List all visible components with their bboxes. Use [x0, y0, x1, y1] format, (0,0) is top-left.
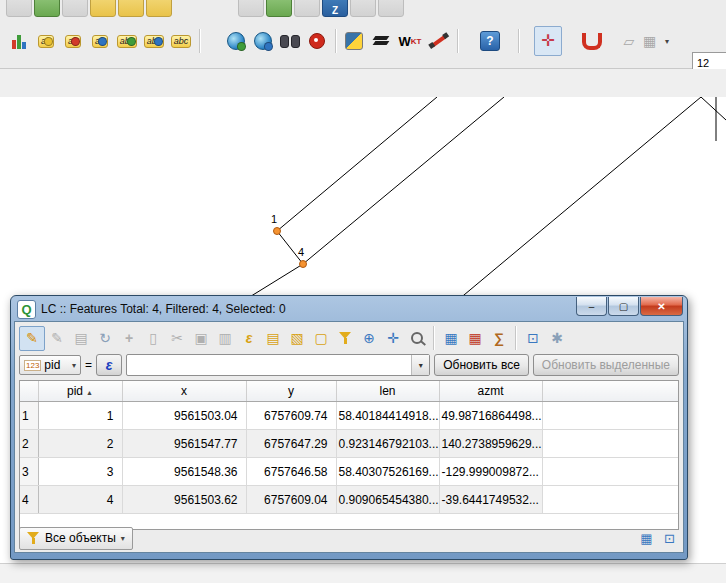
cropped-toolbar-icon[interactable]	[6, 0, 32, 17]
actions-button[interactable]: ✱	[545, 327, 569, 350]
wkt-icon[interactable]: WKT	[395, 27, 425, 55]
cropped-toolbar-icon[interactable]	[62, 0, 88, 17]
cell-x[interactable]: 9561547.77	[122, 430, 246, 458]
select-all-button[interactable]: ▤	[261, 327, 285, 350]
label-visibility-icon[interactable]: ab	[87, 27, 113, 55]
save-edits-button[interactable]: ▤	[69, 327, 93, 350]
column-header-y[interactable]: y	[246, 381, 336, 402]
invert-selection-button[interactable]: ▧	[285, 327, 309, 350]
cell-y[interactable]: 6757647.29	[246, 430, 336, 458]
add-feature-button[interactable]: +	[117, 327, 141, 350]
zoom-plugin-icon[interactable]: Z	[322, 0, 348, 17]
vector-disabled-icon[interactable]: ▱	[616, 27, 642, 55]
close-button[interactable]: ✕	[640, 297, 683, 316]
save-icon: ▤	[74, 330, 87, 346]
feature-filter-button[interactable]: Все объекты ▾	[19, 527, 133, 550]
maximize-button[interactable]: ▢	[608, 297, 639, 316]
pan-to-selection-button[interactable]: ✛	[381, 327, 405, 350]
toggle-editing-button[interactable]: ✎	[19, 326, 45, 351]
python-console-icon[interactable]	[341, 27, 367, 55]
label-plain-icon[interactable]: abc	[168, 27, 194, 55]
cell-pid[interactable]: 1	[38, 402, 122, 430]
row-number[interactable]: 2	[20, 430, 38, 458]
row-number[interactable]: 1	[20, 402, 38, 430]
magnet-icon[interactable]	[579, 27, 605, 55]
cropped-toolbar-icon[interactable]	[118, 0, 144, 17]
cell-len[interactable]: 58.40307526169...	[336, 458, 439, 486]
label-pin-icon[interactable]: ab	[60, 27, 86, 55]
line-nodes-icon[interactable]	[426, 27, 452, 55]
search-button[interactable]	[405, 327, 429, 350]
table-view-button[interactable]: ▦	[637, 529, 656, 548]
cell-y[interactable]: 6757609.04	[246, 486, 336, 514]
cell-azmt[interactable]: 49.98716864498...	[439, 402, 542, 430]
cell-y[interactable]: 6757646.58	[246, 458, 336, 486]
cropped-toolbar-icon[interactable]	[294, 0, 320, 17]
delete-field-button[interactable]: ▦	[463, 327, 487, 350]
expression-input[interactable]	[130, 356, 409, 374]
corner-header[interactable]	[20, 381, 38, 402]
update-all-button[interactable]: Обновить все	[434, 354, 529, 376]
zoom-to-selection-button[interactable]: ⊕	[357, 327, 381, 350]
copy-button[interactable]: ▣	[189, 327, 213, 350]
cropped-toolbar-icon[interactable]	[34, 0, 60, 17]
cell-x[interactable]: 9561548.36	[122, 458, 246, 486]
column-header-x[interactable]: x	[122, 381, 246, 402]
cell-y[interactable]: 6757609.74	[246, 402, 336, 430]
cell-azmt[interactable]: 140.2738959629...	[439, 430, 542, 458]
cell-azmt[interactable]: -39.6441749532...	[439, 486, 542, 514]
reload-table-button[interactable]: ↻	[93, 327, 117, 350]
cropped-toolbar-icon[interactable]	[378, 0, 404, 17]
globe-add-icon[interactable]	[223, 27, 249, 55]
row-number[interactable]: 4	[20, 486, 38, 514]
point-label-4: 4	[298, 246, 304, 258]
histogram-icon[interactable]	[6, 27, 32, 55]
cell-x[interactable]: 9561503.04	[122, 402, 246, 430]
multiedit-button[interactable]: ✎	[45, 327, 69, 350]
paste-button[interactable]: ▥	[213, 327, 237, 350]
field-calculator-button[interactable]: ∑	[487, 327, 511, 350]
label-tool-icon[interactable]: ab	[33, 27, 59, 55]
column-header-azmt[interactable]: azmt	[439, 381, 542, 402]
form-view-button[interactable]: ⊡	[660, 529, 679, 548]
help-icon[interactable]: ?	[477, 27, 503, 55]
cell-len[interactable]: 58.40184414918...	[336, 402, 439, 430]
cell-azmt[interactable]: -129.999009872...	[439, 458, 542, 486]
label-check-icon[interactable]: abc	[114, 27, 140, 55]
label-move-icon[interactable]: abc	[141, 27, 167, 55]
snapping-crosshair-button[interactable]: ✛	[534, 26, 562, 56]
cell-pid[interactable]: 2	[38, 430, 122, 458]
deselect-button[interactable]: ▢	[309, 327, 333, 350]
binoculars-icon[interactable]	[277, 27, 303, 55]
cropped-toolbar-icon[interactable]	[266, 0, 292, 17]
cell-x[interactable]: 9561503.62	[122, 486, 246, 514]
cropped-toolbar-icon[interactable]	[90, 0, 116, 17]
cell-len[interactable]: 0.909065454380...	[336, 486, 439, 514]
delete-features-button[interactable]: ▯	[141, 327, 165, 350]
layer-badge	[264, 42, 273, 51]
minimize-button[interactable]: –	[576, 297, 607, 316]
grid-disabled-icon[interactable]: ▦▾	[643, 27, 669, 55]
cell-pid[interactable]: 3	[38, 458, 122, 486]
dock-table-button[interactable]: ⊡	[521, 327, 545, 350]
row-number[interactable]: 3	[20, 458, 38, 486]
cut-button[interactable]: ✂	[165, 327, 189, 350]
update-selected-button[interactable]: Обновить выделенные	[533, 354, 679, 376]
cropped-toolbar-icon[interactable]	[238, 0, 264, 17]
wheel-icon[interactable]	[304, 27, 330, 55]
cell-pid[interactable]: 4	[38, 486, 122, 514]
select-by-expression-button[interactable]: ε	[237, 327, 261, 350]
column-header-len[interactable]: len	[336, 381, 439, 402]
expression-dropdown-button[interactable]: ▾	[411, 355, 429, 375]
field-selector[interactable]: 123 pid ▾	[19, 355, 81, 375]
cropped-toolbar-icon[interactable]	[350, 0, 376, 17]
layers-3d-icon[interactable]	[368, 27, 394, 55]
cropped-toolbar-icon[interactable]	[146, 0, 172, 17]
column-header-pid[interactable]: pid▲	[38, 381, 122, 402]
expression-builder-button[interactable]: ε	[96, 354, 122, 376]
filter-button[interactable]	[333, 327, 357, 350]
dialog-titlebar[interactable]: Q LC :: Features Total: 4, Filtered: 4, …	[14, 296, 684, 321]
new-field-button[interactable]: ▦	[439, 327, 463, 350]
cell-len[interactable]: 0.923146792103...	[336, 430, 439, 458]
globe-layer-icon[interactable]	[250, 27, 276, 55]
